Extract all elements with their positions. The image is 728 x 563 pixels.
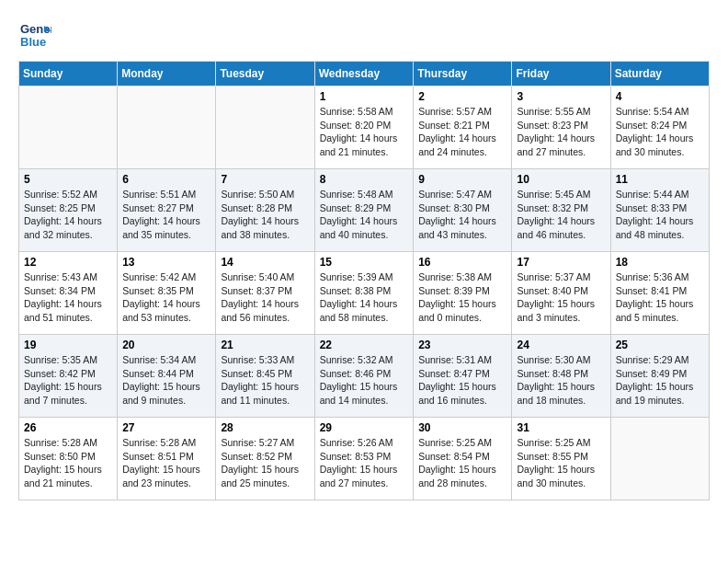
- day-number: 27: [122, 421, 210, 434]
- calendar-cell: 28Sunrise: 5:27 AM Sunset: 8:52 PM Dayli…: [216, 418, 314, 500]
- calendar-week-row: 1Sunrise: 5:58 AM Sunset: 8:20 PM Daylig…: [19, 86, 710, 169]
- calendar-cell: 22Sunrise: 5:32 AM Sunset: 8:46 PM Dayli…: [314, 335, 414, 418]
- day-info: Sunrise: 5:36 AM Sunset: 8:41 PM Dayligh…: [616, 270, 704, 325]
- calendar-cell: [216, 86, 314, 169]
- day-number: 7: [221, 173, 309, 186]
- day-number: 26: [24, 421, 112, 434]
- day-number: 20: [122, 339, 210, 351]
- day-info: Sunrise: 5:26 AM Sunset: 8:53 PM Dayligh…: [320, 436, 409, 490]
- calendar-cell: [610, 418, 709, 500]
- calendar-cell: 27Sunrise: 5:28 AM Sunset: 8:51 PM Dayli…: [118, 418, 216, 500]
- calendar-cell: 2Sunrise: 5:57 AM Sunset: 8:21 PM Daylig…: [414, 86, 512, 169]
- calendar-cell: [118, 86, 216, 169]
- day-info: Sunrise: 5:37 AM Sunset: 8:40 PM Dayligh…: [517, 270, 605, 325]
- day-info: Sunrise: 5:38 AM Sunset: 8:39 PM Dayligh…: [418, 270, 506, 325]
- calendar-cell: 13Sunrise: 5:42 AM Sunset: 8:35 PM Dayli…: [118, 252, 216, 335]
- svg-text:Blue: Blue: [20, 35, 46, 49]
- calendar-cell: [19, 86, 118, 169]
- day-number: 19: [24, 339, 112, 351]
- day-info: Sunrise: 5:55 AM Sunset: 8:23 PM Dayligh…: [517, 105, 605, 159]
- calendar-week-row: 5Sunrise: 5:52 AM Sunset: 8:25 PM Daylig…: [19, 169, 710, 252]
- day-number: 2: [418, 90, 506, 103]
- day-info: Sunrise: 5:51 AM Sunset: 8:27 PM Dayligh…: [122, 188, 210, 242]
- day-number: 14: [221, 256, 309, 269]
- calendar-cell: 5Sunrise: 5:52 AM Sunset: 8:25 PM Daylig…: [19, 169, 118, 252]
- day-info: Sunrise: 5:54 AM Sunset: 8:24 PM Dayligh…: [616, 105, 704, 159]
- calendar-cell: 16Sunrise: 5:38 AM Sunset: 8:39 PM Dayli…: [414, 252, 512, 335]
- day-info: Sunrise: 5:45 AM Sunset: 8:32 PM Dayligh…: [517, 188, 605, 242]
- calendar-cell: 24Sunrise: 5:30 AM Sunset: 8:48 PM Dayli…: [512, 335, 610, 418]
- calendar-cell: 20Sunrise: 5:34 AM Sunset: 8:44 PM Dayli…: [118, 335, 216, 418]
- col-header-friday: Friday: [512, 62, 610, 86]
- day-number: 10: [517, 173, 605, 186]
- day-info: Sunrise: 5:50 AM Sunset: 8:28 PM Dayligh…: [221, 188, 309, 242]
- calendar-cell: 19Sunrise: 5:35 AM Sunset: 8:42 PM Dayli…: [19, 335, 118, 418]
- calendar-cell: 15Sunrise: 5:39 AM Sunset: 8:38 PM Dayli…: [314, 252, 414, 335]
- day-number: 22: [320, 339, 409, 351]
- calendar-header-row: SundayMondayTuesdayWednesdayThursdayFrid…: [19, 62, 710, 86]
- day-info: Sunrise: 5:31 AM Sunset: 8:47 PM Dayligh…: [418, 353, 506, 408]
- day-number: 29: [320, 421, 409, 434]
- calendar-cell: 21Sunrise: 5:33 AM Sunset: 8:45 PM Dayli…: [216, 335, 314, 418]
- logo-icon: General Blue: [18, 18, 51, 52]
- col-header-wednesday: Wednesday: [314, 62, 414, 86]
- day-info: Sunrise: 5:47 AM Sunset: 8:30 PM Dayligh…: [418, 188, 506, 242]
- calendar-cell: 25Sunrise: 5:29 AM Sunset: 8:49 PM Dayli…: [610, 335, 709, 418]
- calendar-cell: 29Sunrise: 5:26 AM Sunset: 8:53 PM Dayli…: [314, 418, 414, 500]
- day-number: 18: [616, 256, 704, 269]
- day-number: 17: [517, 256, 605, 269]
- calendar-cell: 1Sunrise: 5:58 AM Sunset: 8:20 PM Daylig…: [314, 86, 414, 169]
- calendar-cell: 12Sunrise: 5:43 AM Sunset: 8:34 PM Dayli…: [19, 252, 118, 335]
- calendar-cell: 26Sunrise: 5:28 AM Sunset: 8:50 PM Dayli…: [19, 418, 118, 500]
- calendar-cell: 6Sunrise: 5:51 AM Sunset: 8:27 PM Daylig…: [118, 169, 216, 252]
- col-header-monday: Monday: [118, 62, 216, 86]
- day-number: 28: [221, 421, 309, 434]
- day-info: Sunrise: 5:58 AM Sunset: 8:20 PM Dayligh…: [320, 105, 409, 159]
- calendar-cell: 11Sunrise: 5:44 AM Sunset: 8:33 PM Dayli…: [610, 169, 709, 252]
- day-info: Sunrise: 5:57 AM Sunset: 8:21 PM Dayligh…: [418, 105, 506, 159]
- col-header-thursday: Thursday: [414, 62, 512, 86]
- calendar-table: SundayMondayTuesdayWednesdayThursdayFrid…: [18, 61, 710, 500]
- calendar-cell: 8Sunrise: 5:48 AM Sunset: 8:29 PM Daylig…: [314, 169, 414, 252]
- day-info: Sunrise: 5:52 AM Sunset: 8:25 PM Dayligh…: [24, 188, 112, 242]
- col-header-tuesday: Tuesday: [216, 62, 314, 86]
- day-info: Sunrise: 5:48 AM Sunset: 8:29 PM Dayligh…: [320, 188, 409, 242]
- day-info: Sunrise: 5:40 AM Sunset: 8:37 PM Dayligh…: [221, 270, 309, 325]
- day-info: Sunrise: 5:25 AM Sunset: 8:55 PM Dayligh…: [517, 436, 605, 490]
- calendar-week-row: 19Sunrise: 5:35 AM Sunset: 8:42 PM Dayli…: [19, 335, 710, 418]
- day-info: Sunrise: 5:27 AM Sunset: 8:52 PM Dayligh…: [221, 436, 309, 490]
- day-info: Sunrise: 5:42 AM Sunset: 8:35 PM Dayligh…: [122, 270, 210, 325]
- calendar-cell: 4Sunrise: 5:54 AM Sunset: 8:24 PM Daylig…: [610, 86, 709, 169]
- day-number: 12: [24, 256, 112, 269]
- day-number: 6: [122, 173, 210, 186]
- calendar-cell: 23Sunrise: 5:31 AM Sunset: 8:47 PM Dayli…: [414, 335, 512, 418]
- day-number: 9: [418, 173, 506, 186]
- day-info: Sunrise: 5:39 AM Sunset: 8:38 PM Dayligh…: [320, 270, 409, 325]
- calendar-cell: 3Sunrise: 5:55 AM Sunset: 8:23 PM Daylig…: [512, 86, 610, 169]
- day-number: 23: [418, 339, 506, 351]
- day-info: Sunrise: 5:29 AM Sunset: 8:49 PM Dayligh…: [616, 353, 704, 408]
- col-header-sunday: Sunday: [19, 62, 118, 86]
- calendar-cell: 30Sunrise: 5:25 AM Sunset: 8:54 PM Dayli…: [414, 418, 512, 500]
- calendar-cell: 10Sunrise: 5:45 AM Sunset: 8:32 PM Dayli…: [512, 169, 610, 252]
- page-header: General Blue: [18, 18, 710, 52]
- calendar-week-row: 12Sunrise: 5:43 AM Sunset: 8:34 PM Dayli…: [19, 252, 710, 335]
- day-info: Sunrise: 5:28 AM Sunset: 8:51 PM Dayligh…: [122, 436, 210, 490]
- day-info: Sunrise: 5:28 AM Sunset: 8:50 PM Dayligh…: [24, 436, 112, 490]
- day-info: Sunrise: 5:32 AM Sunset: 8:46 PM Dayligh…: [320, 353, 409, 408]
- calendar-cell: 7Sunrise: 5:50 AM Sunset: 8:28 PM Daylig…: [216, 169, 314, 252]
- col-header-saturday: Saturday: [610, 62, 709, 86]
- day-info: Sunrise: 5:25 AM Sunset: 8:54 PM Dayligh…: [418, 436, 506, 490]
- day-info: Sunrise: 5:43 AM Sunset: 8:34 PM Dayligh…: [24, 270, 112, 325]
- day-info: Sunrise: 5:33 AM Sunset: 8:45 PM Dayligh…: [221, 353, 309, 408]
- calendar-cell: 14Sunrise: 5:40 AM Sunset: 8:37 PM Dayli…: [216, 252, 314, 335]
- day-number: 24: [517, 339, 605, 351]
- calendar-cell: 31Sunrise: 5:25 AM Sunset: 8:55 PM Dayli…: [512, 418, 610, 500]
- day-number: 31: [517, 421, 605, 434]
- day-info: Sunrise: 5:44 AM Sunset: 8:33 PM Dayligh…: [616, 188, 704, 242]
- day-number: 1: [320, 90, 409, 103]
- day-number: 30: [418, 421, 506, 434]
- day-number: 3: [517, 90, 605, 103]
- day-number: 5: [24, 173, 112, 186]
- day-number: 15: [320, 256, 409, 269]
